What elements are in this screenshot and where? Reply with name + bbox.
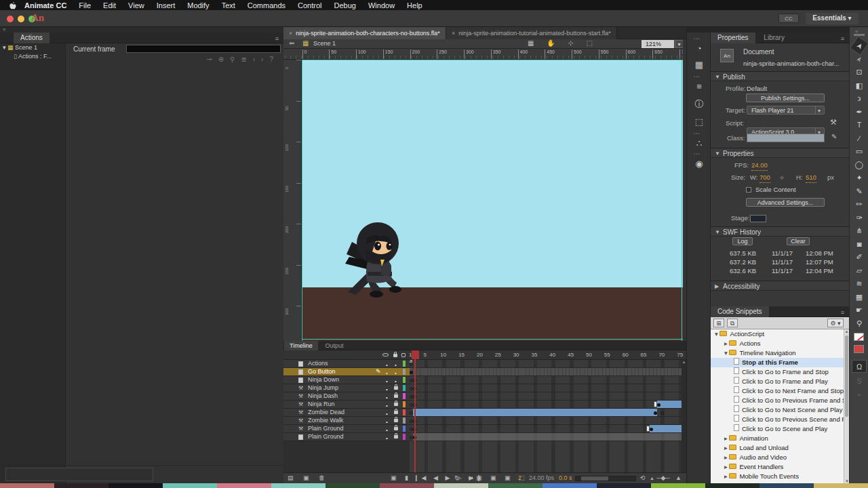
snippet-item-click-to-go-to-frame-and-play[interactable]: Click to Go to Frame and Play (711, 377, 844, 386)
properties-tab[interactable]: Properties (711, 33, 755, 43)
layer-name-label[interactable]: Zombie Dead (308, 409, 344, 416)
snippet-item-click-to-go-to-previous-frame-and-stop[interactable]: Click to Go to Previous Frame and Stop (711, 396, 844, 405)
publish-section-header[interactable]: ▼Publish (711, 71, 849, 81)
menu-item-control[interactable]: Control (298, 1, 321, 9)
brush-tool[interactable]: ✏ (852, 198, 867, 211)
snap-to-objects-toggle[interactable]: Ω (852, 360, 867, 373)
close-window-button[interactable] (7, 16, 14, 22)
minimize-window-button[interactable] (18, 16, 24, 22)
layer-outline-color-swatch[interactable] (403, 393, 406, 399)
menu-item-window[interactable]: Window (368, 1, 395, 9)
timeline-horizontal-scrollbar[interactable] (575, 476, 636, 481)
text-tool[interactable]: T (852, 119, 867, 131)
actions-panel-menu-icon[interactable]: ≡ (275, 35, 279, 42)
properties-section-header[interactable]: ▼Properties (711, 148, 849, 158)
keyframe-marker[interactable] (410, 411, 413, 415)
menu-item-commands[interactable]: Commands (248, 1, 285, 9)
output-tab[interactable]: Output (319, 341, 349, 350)
menu-item-help[interactable]: Help (407, 1, 422, 9)
eraser-tool[interactable]: ▱ (852, 264, 867, 277)
pen-tool[interactable]: ✒ (852, 106, 867, 119)
document-tab-2[interactable]: ×ninja-sprite-animation-tutorial-animate… (446, 27, 617, 39)
lock-all-layers-icon[interactable] (393, 354, 397, 357)
layer-frames-cell[interactable] (410, 368, 686, 375)
keyframe-marker[interactable] (660, 411, 664, 415)
timeline-zoom-in-icon[interactable]: ▲ (675, 474, 682, 481)
apple-icon[interactable] (9, 1, 16, 9)
keyframe-marker[interactable] (657, 403, 660, 407)
layer-name-cell[interactable]: Go Button✎•• (283, 368, 410, 375)
layer-outline-color-swatch[interactable] (403, 377, 406, 383)
tree-toggle-icon[interactable]: ▸ (724, 444, 729, 451)
layer-row-zombie-walk[interactable]: ⚒Zombie Walk• (283, 417, 686, 425)
stage-color-swatch[interactable] (750, 215, 766, 222)
layer-row-zombie-dead[interactable]: ⚒Zombie Dead• (283, 409, 686, 417)
layer-name-cell[interactable]: Actions•• (283, 360, 410, 367)
class-input[interactable] (747, 134, 825, 142)
properties-panel-menu-icon[interactable]: ≡ (841, 35, 845, 42)
layer-lock-icon[interactable] (394, 427, 398, 430)
color-panel-icon[interactable]: ◔ (691, 42, 707, 56)
layer-name-cell[interactable]: Ninja Down•• (283, 376, 410, 384)
keyframe-marker[interactable] (410, 403, 413, 407)
keyframe-marker[interactable] (410, 387, 413, 390)
tree-toggle-icon[interactable]: ▸ (724, 434, 729, 442)
bone-tool[interactable]: ⋔ (852, 224, 867, 237)
menu-item-text[interactable]: Text (222, 1, 235, 9)
keyframe-marker[interactable] (410, 420, 413, 423)
timeline-tab[interactable]: Timeline (284, 341, 318, 350)
tree-toggle-icon[interactable]: ▸ (724, 340, 729, 347)
layer-name-label[interactable]: Ninja Jump (308, 384, 338, 392)
fill-color-swatch[interactable] (854, 345, 864, 353)
link-width-height-icon[interactable]: ⟡ (780, 173, 784, 182)
options-gear-icon[interactable]: ⚙ ▾ (827, 319, 844, 327)
class-edit-pencil-icon[interactable]: ✎ (831, 133, 837, 140)
swf-log-button[interactable]: Log (732, 237, 753, 245)
snippet-item-click-to-go-to-scene-and-play[interactable]: Click to Go to Scene and Play (711, 424, 844, 434)
layer-name-cell[interactable]: ⚒Zombie Walk• (283, 417, 410, 424)
tree-toggle-icon[interactable]: ▾ (715, 330, 719, 338)
layer-frames-cell[interactable] (410, 384, 686, 392)
layer-lock-icon[interactable] (394, 419, 398, 422)
tree-toggle-icon[interactable]: ▸ (724, 453, 729, 461)
layer-row-go-button[interactable]: Go Button✎•• (283, 368, 686, 376)
close-tab-icon[interactable]: × (289, 30, 292, 37)
layer-name-cell[interactable]: ⚒Ninja Dash• (283, 392, 410, 400)
selected-frame-span[interactable] (650, 425, 686, 432)
swf-clear-button[interactable]: Clear (787, 237, 810, 245)
accessibility-section-header[interactable]: ▶Accessibility (711, 281, 849, 291)
workspace-switcher-button[interactable]: Essentials ▾ (806, 13, 859, 24)
lasso-tool[interactable]: ϶ (852, 92, 867, 105)
layer-frames-cell[interactable] (410, 425, 686, 432)
layer-row-ninja-down[interactable]: Ninja Down•• (283, 376, 686, 384)
layer-frames-cell[interactable] (410, 392, 686, 400)
layer-name-label[interactable]: Zombie Walk (308, 417, 343, 424)
layer-row-actions[interactable]: Actions••a (283, 360, 686, 368)
tree-toggle-icon[interactable]: ▾ (724, 349, 729, 357)
layer-frames-cell[interactable] (410, 433, 686, 441)
copy-to-clipboard-icon[interactable]: ⧉ (727, 319, 738, 327)
layer-lock-icon[interactable] (394, 403, 398, 406)
layer-lock-icon[interactable] (394, 411, 398, 414)
timeline-zoom-out-icon[interactable]: ▲ (650, 476, 654, 481)
swf-history-section-header[interactable]: ▼SWF History (711, 226, 849, 237)
keyframe-marker[interactable] (410, 428, 413, 431)
scale-content-checkbox[interactable] (746, 187, 751, 192)
library-tab[interactable]: Library (757, 33, 791, 43)
layer-outline-color-swatch[interactable] (403, 434, 406, 440)
pencil-tool[interactable]: ✎ (852, 185, 867, 198)
help-icon[interactable]: ? (269, 56, 279, 63)
oval-tool[interactable]: ◯ (852, 159, 867, 171)
timeline-vertical-scrollbar[interactable]: ▲ (682, 360, 686, 472)
scene-name[interactable]: Scene 1 (313, 40, 336, 47)
layer-name-label[interactable]: Go Button (308, 368, 336, 375)
layer-name-label[interactable]: Ninja Dash (308, 392, 338, 400)
frame-rate-indicator[interactable]: 24.00 fps (529, 474, 554, 481)
layer-lock-icon[interactable] (394, 386, 398, 390)
selected-frame-span[interactable] (413, 409, 657, 416)
code-snippets-menu-icon[interactable]: ≡ (841, 309, 845, 316)
keyframe-marker[interactable] (410, 363, 413, 366)
camera-tool[interactable]: ▦ (852, 291, 867, 304)
snippet-folder-load-and-unload[interactable]: ▸ Load and Unload (711, 443, 844, 453)
layer-lock-icon[interactable] (394, 435, 398, 439)
